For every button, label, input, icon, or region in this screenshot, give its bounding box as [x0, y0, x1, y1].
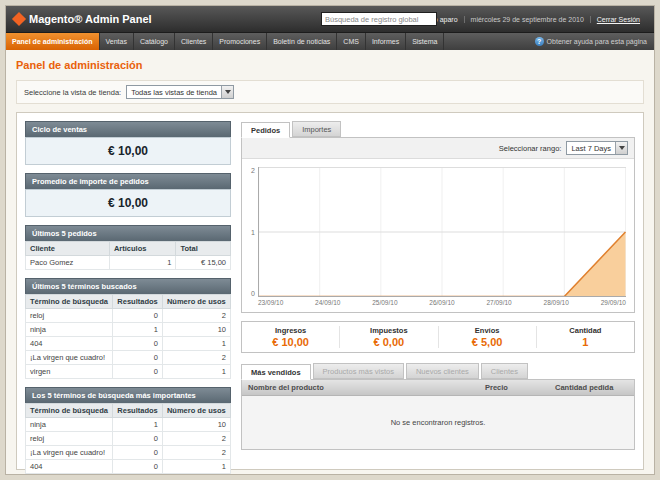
chevron-down-icon: [221, 86, 233, 98]
totals-bar: Ingresos€ 10,00Impuestos€ 0,00Envíos€ 5,…: [241, 321, 635, 353]
stat-cantidad: Cantidad1: [536, 326, 634, 348]
panel-title: Ciclo de ventas: [25, 121, 231, 137]
range-label: Seleccionar rango:: [499, 144, 562, 153]
orders-chart-panel: Seleccionar rango: Last 7 Days 210 23/09…: [241, 137, 635, 313]
magento-logo-icon: [12, 12, 26, 26]
table-cell: 1: [113, 323, 163, 337]
stat-impuestos: Impuestos€ 0,00: [339, 326, 437, 348]
table-row[interactable]: reloj02: [26, 432, 231, 446]
column-header: Resultados: [113, 404, 163, 418]
table-cell: 0: [113, 446, 163, 460]
panel-title: Últimos 5 pedidos: [25, 225, 231, 241]
nav-item-sistema[interactable]: Sistema: [406, 33, 444, 50]
table-cell: 1: [113, 418, 163, 432]
tab-pedidos[interactable]: Pedidos: [241, 122, 290, 138]
stat-value: € 10,00: [242, 336, 339, 348]
table-cell: 1: [162, 474, 230, 475]
table-cell: 2: [162, 446, 230, 460]
table-cell: 10: [162, 323, 230, 337]
table-cell: 0: [113, 365, 163, 379]
dashboard-main-column: PedidosImportes Seleccionar rango: Last …: [241, 121, 635, 461]
nav-item-clientes[interactable]: Clientes: [175, 33, 213, 50]
orders-chart: [258, 167, 626, 297]
nav-item-cms[interactable]: CMS: [337, 33, 366, 50]
main-nav: Panel de administraciónVentasCatálogoCli…: [6, 32, 654, 50]
table-cell: ¡La virgen que cuadro!: [26, 351, 113, 365]
column-header: Artículos: [109, 242, 176, 256]
x-tick-label: 26/09/10: [429, 299, 454, 306]
table-row[interactable]: virge01: [26, 474, 231, 475]
help-icon: ?: [535, 37, 544, 46]
brand-title: Magento® Admin Panel: [29, 13, 152, 25]
chart-x-labels: 23/09/1024/09/1025/09/1026/09/1027/09/10…: [258, 297, 626, 312]
panel-title: Promedio de importe de pedidos: [25, 173, 231, 189]
help-label: Obtener ayuda para esta página: [547, 38, 647, 45]
panel-title: Últimos 5 términos buscados: [25, 278, 231, 294]
grid-column-header: Precio: [479, 380, 549, 395]
nav-item-catalogo[interactable]: Catálogo: [134, 33, 175, 50]
brand: Magento® Admin Panel: [14, 13, 152, 25]
stat-label: Cantidad: [537, 326, 634, 335]
dashboard-table: Término de búsquedaResultadosNúmero de u…: [25, 294, 231, 379]
stat-value: 1: [537, 336, 634, 348]
table-cell: 0: [113, 309, 163, 323]
table-row[interactable]: 40401: [26, 337, 231, 351]
logout-link[interactable]: Cerrar Sesión: [590, 16, 646, 23]
chart-plot: 23/09/1024/09/1025/09/1026/09/1027/09/10…: [258, 167, 626, 312]
page-help-link[interactable]: ? Obtener ayuda para esta página: [528, 33, 654, 50]
nav-item-panel-de-administracion[interactable]: Panel de administración: [6, 33, 100, 50]
stat-envios: Envíos€ 5,00: [438, 326, 536, 348]
tab-mas-vendidos[interactable]: Más vendidos: [241, 364, 311, 380]
column-header: Total: [176, 242, 231, 256]
store-view-select[interactable]: Todas las vistas de tienda: [126, 85, 234, 99]
table-row[interactable]: reloj02: [26, 309, 231, 323]
table-cell: 1: [162, 365, 230, 379]
chart-area: 210 23/09/1024/09/1025/09/1026/09/1027/0…: [242, 159, 634, 312]
x-tick-label: 28/09/10: [544, 299, 569, 306]
orders-amounts-tabs: PedidosImportes: [241, 121, 635, 137]
x-tick-label: 25/09/10: [372, 299, 397, 306]
table-cell: 0: [113, 337, 163, 351]
table-cell: 2: [162, 351, 230, 365]
table-cell: reloj: [26, 309, 113, 323]
column-header: Cliente: [26, 242, 110, 256]
chevron-down-icon: [615, 142, 627, 154]
stat-ingresos: Ingresos€ 10,00: [242, 326, 339, 348]
global-search-input[interactable]: [321, 12, 437, 26]
table-row[interactable]: ¡La virgen que cuadro!02: [26, 446, 231, 460]
nav-item-promociones[interactable]: Promociones: [213, 33, 267, 50]
range-bar: Seleccionar rango: Last 7 Days: [242, 138, 634, 159]
table-cell: 1: [162, 337, 230, 351]
table-row[interactable]: ninja110: [26, 323, 231, 337]
tab-clientes: Clientes: [481, 363, 528, 379]
table-row[interactable]: ninja110: [26, 418, 231, 432]
table-cell: 2: [162, 309, 230, 323]
tab-importes[interactable]: Importes: [292, 121, 341, 137]
nav-item-ventas[interactable]: Ventas: [100, 33, 134, 50]
table-row[interactable]: virgen01: [26, 365, 231, 379]
stat-label: Envíos: [439, 326, 536, 335]
table-row[interactable]: Paco Gomez1€ 15,00: [26, 256, 231, 270]
store-view-selected-value: Todas las vistas de tienda: [127, 86, 221, 98]
stat-label: Ingresos: [242, 326, 339, 335]
chart-y-labels: 210: [246, 167, 258, 297]
top-search-terms-panel: Los 5 términos de búsqueda más important…: [25, 387, 231, 474]
table-cell: virge: [26, 474, 113, 475]
table-row[interactable]: 40401: [26, 460, 231, 474]
x-tick-label: 29/09/10: [601, 299, 626, 306]
nav-item-boletin-de-noticias[interactable]: Boletín de noticias: [267, 33, 337, 50]
last-orders-table-container: ClienteArtículosTotalPaco Gomez1€ 15,00: [25, 241, 231, 270]
range-select[interactable]: Last 7 Days: [566, 141, 628, 155]
table-cell: 10: [162, 418, 230, 432]
last-orders-panel: Últimos 5 pedidos ClienteArtículosTotalP…: [25, 225, 231, 270]
column-header: Término de búsqueda: [26, 404, 113, 418]
y-tick-label: 0: [251, 290, 255, 297]
table-row[interactable]: ¡La virgen que cuadro!02: [26, 351, 231, 365]
table-cell: virgen: [26, 365, 113, 379]
table-cell: Paco Gomez: [26, 256, 110, 270]
table-cell: ninja: [26, 418, 113, 432]
table-cell: 0: [113, 432, 163, 446]
table-cell: 404: [26, 337, 113, 351]
dashboard-table: Término de búsquedaResultadosNúmero de u…: [25, 403, 231, 474]
nav-item-informes[interactable]: Informes: [366, 33, 406, 50]
